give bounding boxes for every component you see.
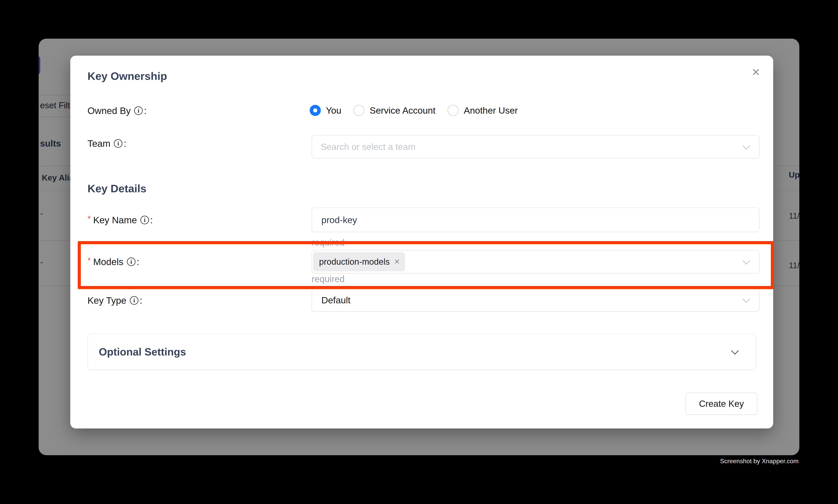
- info-icon[interactable]: i: [130, 296, 139, 305]
- create-key-button[interactable]: Create Key: [685, 393, 757, 415]
- info-icon[interactable]: i: [114, 139, 122, 148]
- owned-by-label: Owned By i :: [88, 105, 147, 116]
- key-type-select[interactable]: Default: [311, 288, 760, 312]
- screenshot-canvas: eset Filt sults Key Alia Up - 11/ - 11/ …: [0, 0, 838, 504]
- info-icon[interactable]: i: [140, 216, 149, 224]
- team-select[interactable]: Search or select a team: [311, 135, 760, 158]
- attribution-text: Screenshot by Xnapper.com: [720, 457, 799, 465]
- team-select-placeholder: Search or select a team: [321, 142, 415, 152]
- label-colon: :: [150, 215, 153, 226]
- key-type-selected-value: Default: [321, 295, 351, 305]
- radio-unselected-icon: [353, 105, 364, 116]
- close-icon[interactable]: ✕: [751, 67, 760, 77]
- section-title-key-details: Key Details: [88, 182, 146, 195]
- models-row-highlight-annotation: [78, 241, 774, 289]
- chevron-down-icon: [742, 142, 750, 150]
- radio-selected-icon: [310, 105, 321, 116]
- chevron-down-icon: [731, 347, 739, 355]
- key-name-label: * Key Name i :: [88, 214, 153, 226]
- radio-unselected-icon: [447, 105, 459, 116]
- label-colon: :: [124, 138, 126, 149]
- key-type-label: Key Type i :: [88, 294, 142, 306]
- chevron-down-icon: [742, 295, 750, 303]
- radio-option-service-account[interactable]: Service Account: [353, 105, 435, 116]
- required-asterisk: *: [88, 214, 91, 224]
- radio-option-you[interactable]: You: [310, 105, 341, 116]
- label-colon: :: [140, 295, 142, 306]
- key-name-input[interactable]: [311, 208, 760, 232]
- radio-option-another-user[interactable]: Another User: [447, 105, 518, 116]
- team-label: Team i :: [88, 138, 126, 149]
- section-title-key-ownership: Key Ownership: [88, 70, 167, 83]
- info-icon[interactable]: i: [134, 106, 143, 115]
- owned-by-radio-group: You Service Account Another User: [310, 105, 518, 116]
- optional-settings-toggle[interactable]: Optional Settings: [88, 334, 756, 370]
- label-colon: :: [144, 105, 146, 116]
